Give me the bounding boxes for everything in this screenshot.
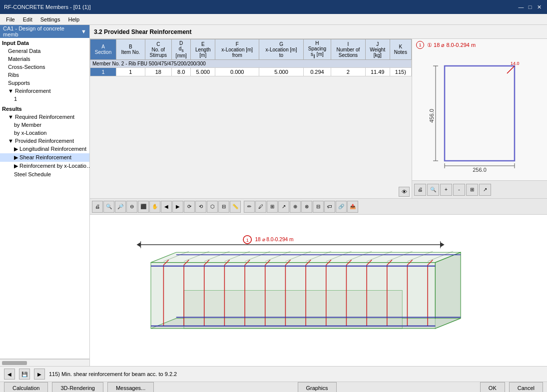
vt-btn-13[interactable]: 📏 xyxy=(230,201,241,213)
sidebar-item-provided-reinforcement[interactable]: ▼ Provided Reinforcement xyxy=(0,137,89,145)
svg-marker-20 xyxy=(151,252,461,262)
vt-btn-8[interactable]: ▶ xyxy=(172,201,183,213)
sidebar-item-reinf-by-x[interactable]: ▶ Reinforcement by x-Locatio… xyxy=(0,162,89,170)
vt-btn-18[interactable]: ⊕ xyxy=(290,201,301,213)
vt-btn-4[interactable]: ⊖ xyxy=(126,201,137,213)
col-header-d: Dds[mm] xyxy=(172,39,191,60)
svg-text:18 ⌀ 8.0-0.294 m: 18 ⌀ 8.0-0.294 m xyxy=(255,237,293,242)
cancel-button[interactable]: Cancel xyxy=(509,382,543,392)
cs-zoom-in-btn[interactable]: + xyxy=(440,184,452,196)
cs-fit-btn[interactable]: ⊞ xyxy=(466,184,478,196)
vt-btn-14[interactable]: ✏ xyxy=(244,201,255,213)
content-area: CA1 - Design of concrete memb ▼ Input Da… xyxy=(0,25,547,366)
sidebar-item-ribs[interactable]: Ribs xyxy=(0,71,89,79)
svg-rect-0 xyxy=(445,66,515,161)
title-bar-title: RF-CONCRETE Members - [01 (1)] xyxy=(4,4,91,10)
vt-btn-11[interactable]: ⬡ xyxy=(207,201,218,213)
col-header-j: JWeight[kg] xyxy=(365,39,390,60)
status-text: ◀ 💾 ▶ 115) Min. shear reinforcement for … xyxy=(0,367,547,382)
table-area: ASection BItem No. CNo. ofStirrups Dds[m… xyxy=(90,39,412,198)
vt-btn-21[interactable]: 🏷 xyxy=(324,201,335,213)
sidebar-scrollbar[interactable] xyxy=(0,359,89,366)
minimize-button[interactable]: — xyxy=(517,3,525,11)
chevron-down-icon: ▼ xyxy=(81,28,86,34)
top-split: ASection BItem No. CNo. ofStirrups Dds[m… xyxy=(90,39,547,199)
maximize-button[interactable]: □ xyxy=(526,3,534,11)
calculation-button[interactable]: Calculation xyxy=(4,382,48,392)
vt-btn-15[interactable]: 🖊 xyxy=(255,201,266,213)
close-button[interactable]: ✕ xyxy=(535,3,543,11)
sidebar-item-cross-sections[interactable]: Cross-Sections xyxy=(0,63,89,71)
vt-btn-7[interactable]: ◀ xyxy=(161,201,172,213)
sidebar-item-input-data[interactable]: Input Data xyxy=(0,39,89,47)
vt-btn-19[interactable]: ⊗ xyxy=(301,201,312,213)
sidebar-item-results[interactable]: Results xyxy=(0,105,89,113)
sidebar-item-supports[interactable]: Supports xyxy=(0,79,89,87)
sidebar-item-general-data[interactable]: General Data xyxy=(0,47,89,55)
view-toolbar: 🖨 🔍 🔎 ⊖ ⬛ ✋ ◀ ▶ ⟳ ⟲ ⬡ ⊟ 📏 ✏ 🖊 ⊞ xyxy=(90,199,547,215)
bottom-buttons: Calculation 3D-Rendering Messages... Gra… xyxy=(0,382,547,392)
bottom-area: 🖨 🔍 🔎 ⊖ ⬛ ✋ ◀ ▶ ⟳ ⟲ ⬡ ⊟ 📏 ✏ 🖊 ⊞ xyxy=(90,199,547,366)
sidebar-item-required-reinforcement[interactable]: ▼ Required Reinforcement xyxy=(0,113,89,121)
vt-btn-5[interactable]: ⬛ xyxy=(138,201,149,213)
sidebar-item-steel-schedule[interactable]: Steel Schedule xyxy=(0,170,89,178)
member-row-label: Member No. 2 - Rib FBU 500/475/475/200/2… xyxy=(90,60,412,68)
cell-notes: 115) xyxy=(390,68,411,76)
tree-expander-long: ▶ xyxy=(14,146,19,152)
view-separator-1 xyxy=(241,201,243,213)
sidebar-item-reinforcement[interactable]: ▼ Reinforcement xyxy=(0,87,89,95)
sidebar-dropdown[interactable]: CA1 - Design of concrete memb ▼ xyxy=(0,25,89,38)
title-bar-controls: — □ ✕ xyxy=(517,3,543,11)
vt-btn-9[interactable]: ⟳ xyxy=(184,201,195,213)
cell-to: 5.000 xyxy=(259,68,303,76)
cs-search-btn[interactable]: 🔍 xyxy=(427,184,439,196)
menu-edit[interactable]: Edit xyxy=(19,15,36,23)
sidebar-item-reinforcement-1[interactable]: 1 xyxy=(0,95,89,103)
sidebar-item-longitudinal[interactable]: ▶ Longitudinal Reinforcement xyxy=(0,145,89,153)
table-row[interactable]: 1 1 18 8.0 5.000 0.000 5.000 0.294 2 1 xyxy=(90,68,412,76)
svg-text:1: 1 xyxy=(246,238,249,243)
vt-btn-16[interactable]: ⊞ xyxy=(267,201,278,213)
graphics-button[interactable]: Graphics xyxy=(298,382,337,392)
cell-sections: 2 xyxy=(331,68,365,76)
col-header-b: BItem No. xyxy=(116,39,145,60)
cell-from: 0.000 xyxy=(215,68,259,76)
cs-print-btn[interactable]: 🖨 xyxy=(414,184,426,196)
vt-btn-1[interactable]: 🖨 xyxy=(92,201,103,213)
cross-section-tools: 🖨 🔍 + - ⊞ ↗ xyxy=(412,180,547,198)
sidebar-item-by-x-location[interactable]: by x-Location xyxy=(0,129,89,137)
sidebar: CA1 - Design of concrete memb ▼ Input Da… xyxy=(0,25,90,366)
cs-zoom-out-btn[interactable]: - xyxy=(453,184,465,196)
tree-expander-provided: ▼ xyxy=(8,138,15,144)
vt-btn-3[interactable]: 🔎 xyxy=(115,201,126,213)
vt-btn-20[interactable]: ⊟ xyxy=(313,201,324,213)
rendering-button[interactable]: 3D-Rendering xyxy=(52,382,103,392)
vt-btn-22[interactable]: 🔗 xyxy=(336,201,347,213)
vt-btn-17[interactable]: ↗ xyxy=(278,201,289,213)
cs-circle-label: 1 xyxy=(416,41,424,49)
menu-file[interactable]: File xyxy=(2,15,19,23)
vt-btn-10[interactable]: ⟲ xyxy=(195,201,206,213)
cell-ds: 8.0 xyxy=(172,68,191,76)
messages-button[interactable]: Messages... xyxy=(107,382,154,392)
col-header-a: ASection xyxy=(90,39,116,60)
nav-prev-btn[interactable]: ◀ xyxy=(4,369,15,380)
sidebar-item-by-member[interactable]: by Member xyxy=(0,121,89,129)
view-canvas: 1 18 ⌀ 8.0-0.294 m xyxy=(90,215,547,366)
menu-settings[interactable]: Settings xyxy=(36,15,64,23)
table-view-btn[interactable]: 👁 xyxy=(399,187,410,197)
nav-save-btn[interactable]: 💾 xyxy=(19,369,30,380)
menu-help[interactable]: Help xyxy=(64,15,83,23)
vt-btn-12[interactable]: ⊟ xyxy=(218,201,229,213)
vt-btn-2[interactable]: 🔍 xyxy=(103,201,114,213)
vt-btn-6[interactable]: ✋ xyxy=(149,201,160,213)
cs-expand-btn[interactable]: ↗ xyxy=(479,184,491,196)
col-header-k: KNotes xyxy=(390,39,411,60)
ok-button[interactable]: OK xyxy=(480,382,505,392)
sidebar-item-materials[interactable]: Materials xyxy=(0,55,89,63)
vt-btn-23[interactable]: 📤 xyxy=(347,201,358,213)
sidebar-item-shear[interactable]: ▶ Shear Reinforcement xyxy=(0,153,89,162)
cell-section: 1 xyxy=(90,68,116,76)
tree-expander-reinforcement: ▼ xyxy=(8,88,15,94)
nav-next-btn[interactable]: ▶ xyxy=(34,369,45,380)
